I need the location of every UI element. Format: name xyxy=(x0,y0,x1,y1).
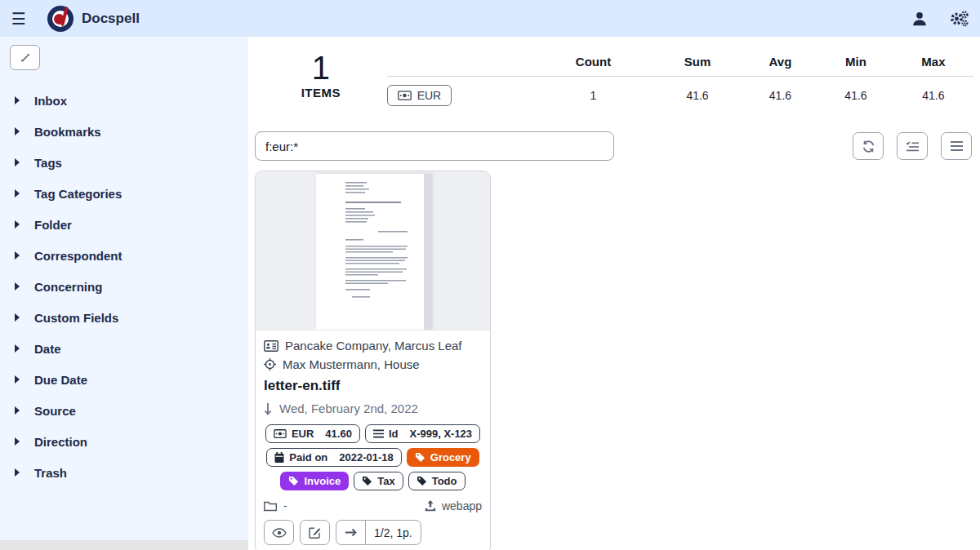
attachment-pages-label: 1/2, 1p. xyxy=(365,521,421,544)
settings-gears-icon[interactable] xyxy=(949,10,969,28)
sidebar-item-label: Tags xyxy=(34,156,62,170)
expand-sidebar-button[interactable] xyxy=(10,45,40,70)
caret-right-icon xyxy=(15,406,20,415)
tasks-list-icon xyxy=(906,140,920,153)
sidebar-item-source[interactable]: Source xyxy=(10,395,238,426)
tag-icon xyxy=(416,476,427,486)
concerning-line: Max Mustermann, House xyxy=(264,357,482,371)
sidebar-item-label: Date xyxy=(34,342,61,356)
sidebar-item-label: Bookmarks xyxy=(34,125,101,139)
calendar-icon xyxy=(274,452,284,463)
stats-col-sum: Sum xyxy=(653,51,742,77)
tag-badge-grocery[interactable]: Grocery xyxy=(407,448,479,467)
select-mode-button[interactable] xyxy=(897,132,928,160)
correspondent-text: Pancake Company, Marcus Leaf xyxy=(285,339,462,353)
document-preview[interactable] xyxy=(256,171,490,330)
tag-icon xyxy=(288,476,299,486)
sidebar-item-due-date[interactable]: Due Date xyxy=(10,364,238,395)
item-name[interactable]: letter-en.tiff xyxy=(264,378,482,394)
open-item-button[interactable] xyxy=(336,521,365,544)
address-card-icon xyxy=(264,340,278,352)
sidebar-item-label: Custom Fields xyxy=(34,311,118,325)
eye-icon xyxy=(272,528,287,538)
tag-label: Todo xyxy=(432,475,457,487)
item-date: Wed, February 2nd, 2022 xyxy=(279,401,418,415)
item-card[interactable]: Pancake Company, Marcus Leaf Max Musterm… xyxy=(255,171,491,550)
tag-badge-tax[interactable]: Tax xyxy=(354,472,403,490)
sidebar-item-custom-fields[interactable]: Custom Fields xyxy=(10,302,238,333)
sidebar-item-correspondent[interactable]: Correspondent xyxy=(10,240,238,271)
bottom-strip xyxy=(0,540,248,550)
sidebar-item-label: Folder xyxy=(34,218,72,232)
edit-icon xyxy=(309,526,321,539)
list-icon xyxy=(373,429,384,438)
caret-right-icon xyxy=(15,251,20,259)
money-bill-icon xyxy=(274,429,287,438)
caret-right-icon xyxy=(15,220,20,228)
user-icon[interactable] xyxy=(911,11,928,27)
stat-avg: 41.6 xyxy=(742,77,818,115)
stat-count: 1 xyxy=(534,77,653,115)
caret-right-icon xyxy=(15,313,20,322)
stats-col-min: Min xyxy=(818,51,893,77)
items-count: 1 ITEMS xyxy=(255,43,387,100)
open-pages-group: 1/2, 1p. xyxy=(336,520,421,545)
sidebar-item-label: Tag Categories xyxy=(34,187,122,201)
currency-stats-table: Count Sum Avg Min Max xyxy=(387,51,973,114)
expand-icon xyxy=(20,52,31,64)
tag-icon xyxy=(415,452,425,463)
view-item-button[interactable] xyxy=(264,520,294,545)
tag-badge-invoice[interactable]: Invoice xyxy=(280,472,349,490)
bars-icon xyxy=(950,140,964,152)
sidebar-item-label: Concerning xyxy=(34,280,102,294)
top-navbar: ☰ Docspell xyxy=(0,0,980,37)
sidebar-item-tag-categories[interactable]: Tag Categories xyxy=(10,178,238,209)
folder-source-line: - webapp xyxy=(264,499,482,512)
crosshairs-icon xyxy=(264,358,276,370)
search-input[interactable] xyxy=(255,131,614,161)
id-label: Id xyxy=(389,428,399,440)
id-value: X-999, X-123 xyxy=(409,428,472,440)
search-bar xyxy=(255,131,973,161)
sidebar-item-date[interactable]: Date xyxy=(10,333,238,364)
stats-col-max: Max xyxy=(893,51,973,77)
amount-currency: EUR xyxy=(292,428,314,440)
sidebar-item-concerning[interactable]: Concerning xyxy=(10,271,238,302)
caret-right-icon xyxy=(15,375,20,384)
tag-badge-todo[interactable]: Todo xyxy=(408,472,466,490)
sidebar-item-label: Due Date xyxy=(34,373,87,387)
upload-icon xyxy=(425,500,436,512)
sidebar-item-label: Trash xyxy=(34,466,67,480)
money-bill-icon xyxy=(398,91,412,100)
caret-right-icon xyxy=(15,127,20,135)
paid-date-badge: Paid on 2022-01-18 xyxy=(266,448,401,467)
caret-right-icon xyxy=(15,158,20,166)
tag-label: Grocery xyxy=(430,451,471,464)
sidebar-item-folder[interactable]: Folder xyxy=(10,209,238,240)
items-count-label: ITEMS xyxy=(255,86,387,100)
refresh-button[interactable] xyxy=(853,132,884,160)
sidebar-item-bookmarks[interactable]: Bookmarks xyxy=(10,116,238,147)
source-value: webapp xyxy=(442,499,482,512)
stats-header: 1 ITEMS Count Sum Avg Min Max xyxy=(255,43,973,114)
tag-label: Invoice xyxy=(304,475,341,487)
menu-toggle-icon[interactable]: ☰ xyxy=(11,9,36,29)
document-page-thumbnail xyxy=(316,174,430,330)
sidebar-item-inbox[interactable]: Inbox xyxy=(10,85,238,116)
menu-bars-button[interactable] xyxy=(941,132,972,160)
sidebar-item-label: Source xyxy=(34,404,76,418)
sidebar-item-trash[interactable]: Trash xyxy=(10,457,238,488)
tag-label: Tax xyxy=(377,475,394,487)
paid-label: Paid on xyxy=(289,451,327,464)
stat-min: 41.6 xyxy=(818,77,893,115)
sidebar-item-label: Correspondent xyxy=(34,249,122,263)
caret-right-icon xyxy=(15,96,20,104)
custom-field-id-badge: Id X-999, X-123 xyxy=(365,424,480,443)
sidebar-item-tags[interactable]: Tags xyxy=(10,147,238,178)
concerning-text: Max Mustermann, House xyxy=(283,357,420,371)
caret-right-icon xyxy=(15,282,20,291)
edit-item-button[interactable] xyxy=(300,520,330,545)
sidebar-item-direction[interactable]: Direction xyxy=(10,426,238,457)
arrow-right-icon xyxy=(345,528,357,537)
folder-icon xyxy=(264,501,277,512)
